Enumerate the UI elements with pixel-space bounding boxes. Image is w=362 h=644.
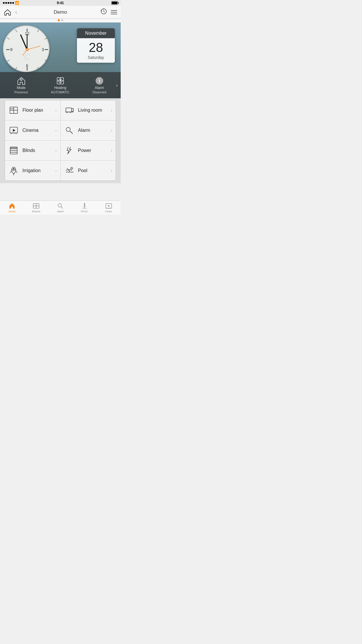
calendar-day-number: 28: [79, 41, 113, 55]
alarm-status-item[interactable]: i Alarm Disarmed: [92, 76, 106, 94]
person-home-icon: [17, 76, 26, 85]
nav-right-group: [100, 8, 117, 16]
heating-value: AUTOMATIC: [51, 90, 70, 94]
alarm-label-grid: Alarm: [78, 128, 108, 133]
wifi-icon: 📶: [15, 1, 19, 5]
grid-cell-cinema[interactable]: Cinema ›: [5, 120, 61, 140]
svg-line-5: [37, 30, 39, 32]
irrigation-chevron: ›: [55, 168, 57, 173]
calendar-month: November: [77, 28, 115, 38]
alarm-key-icon: [64, 125, 75, 136]
svg-rect-41: [72, 108, 73, 111]
svg-text:6: 6: [26, 63, 28, 68]
svg-point-60: [71, 167, 73, 169]
mode-value: Presence: [14, 90, 28, 94]
grid-cell-blinds[interactable]: Blinds ›: [5, 141, 61, 160]
floor-plan-chevron: ›: [55, 108, 57, 113]
signal-dot-4: [10, 2, 12, 4]
mode-status-item[interactable]: Mode Presence: [14, 76, 28, 94]
svg-text:9: 9: [10, 47, 13, 52]
history-icon[interactable]: [100, 8, 107, 16]
svg-rect-39: [66, 108, 72, 112]
svg-marker-69: [108, 205, 110, 207]
tab-hvac-label: HVAC: [81, 210, 88, 213]
signal-dot-5: [12, 2, 14, 4]
rooms-tab-icon: [33, 202, 40, 209]
power-label: Power: [78, 148, 108, 153]
hvac-tab-icon: [81, 202, 88, 209]
power-icon: [64, 145, 75, 156]
tab-cinema-label: Cinen: [105, 210, 112, 213]
clock-widget: 12 3 6 9 C: [3, 25, 50, 72]
svg-text:C: C: [24, 52, 30, 62]
svg-marker-45: [13, 129, 15, 132]
grid-cell-living-room[interactable]: Living room ›: [61, 100, 116, 120]
grid-cell-power[interactable]: Power ›: [61, 141, 116, 160]
menu-line-3: [111, 14, 117, 14]
back-button[interactable]: ‹: [15, 9, 17, 15]
svg-line-20: [27, 46, 40, 50]
calendar-body: 28 Saturday: [77, 38, 115, 63]
page-dot-2[interactable]: [61, 19, 63, 21]
irrigation-icon: [8, 165, 19, 176]
svg-line-66: [61, 206, 63, 209]
power-chevron: ›: [111, 148, 112, 153]
tab-rooms[interactable]: Rooms: [24, 201, 48, 215]
tab-alarm[interactable]: Alarm: [48, 201, 73, 215]
blinds-icon: [8, 145, 19, 156]
signal-dot-3: [8, 2, 9, 4]
living-room-icon: [64, 105, 75, 116]
cinema-tab-icon: [105, 202, 112, 209]
grid-cell-floor-plan[interactable]: Floor plan ›: [5, 100, 61, 120]
grid-row-1: Floor plan › Living room ›: [5, 100, 116, 120]
blinds-label: Blinds: [22, 148, 52, 153]
floor-plan-icon: [8, 105, 19, 116]
heating-label: Heating: [54, 86, 66, 90]
hero-area: 12 3 6 9 C November 28 Sat: [0, 22, 121, 98]
svg-text:3: 3: [42, 47, 44, 52]
grid-cell-irrigation[interactable]: Irrigation ›: [5, 161, 61, 181]
nav-title: Demo: [54, 9, 67, 15]
tab-bar: Demo Rooms Alarm HVAC Cinen: [0, 200, 121, 215]
battery-fill: [112, 2, 117, 4]
grid-menu-wrapper: Floor plan › Living room ›: [0, 98, 121, 183]
status-bar: 📶 9:41: [0, 0, 121, 6]
living-room-chevron: ›: [111, 108, 112, 113]
nav-bar: ‹ Demo: [0, 6, 121, 19]
page-dots: [0, 19, 121, 22]
grid-cell-pool[interactable]: Pool ›: [61, 161, 116, 181]
heating-status-item[interactable]: Heating AUTOMATIC: [51, 76, 70, 94]
calendar-weekday: Saturday: [79, 55, 113, 60]
svg-line-51: [71, 132, 72, 133]
svg-line-12: [15, 30, 17, 32]
cinema-chevron: ›: [55, 128, 57, 133]
alarm-tab-icon: [57, 202, 64, 209]
svg-line-7: [45, 60, 47, 61]
home-icon[interactable]: [3, 8, 12, 16]
pool-chevron: ›: [111, 168, 112, 173]
mode-label: Mode: [17, 86, 26, 90]
living-room-label: Living room: [78, 108, 108, 113]
alarm-label: Alarm: [95, 86, 104, 90]
svg-line-18: [21, 35, 27, 50]
menu-line-2: [111, 12, 117, 13]
floor-plan-label: Floor plan: [22, 108, 52, 113]
grid-cell-alarm[interactable]: Alarm ›: [61, 120, 116, 140]
tab-hvac[interactable]: HVAC: [72, 201, 96, 215]
alarm-value: Disarmed: [92, 90, 106, 94]
grid-row-2: Cinema › Alarm ›: [5, 120, 116, 141]
menu-icon[interactable]: [111, 10, 117, 14]
page-dot-1[interactable]: [58, 19, 60, 21]
clock-face: 12 3 6 9 C: [3, 25, 50, 72]
tab-rooms-label: Rooms: [32, 210, 41, 213]
heating-icon: [56, 76, 65, 85]
tab-cinema[interactable]: Cinen: [96, 201, 121, 215]
clock-ticks: 12 3 6 9 C: [4, 26, 50, 73]
status-time: 9:41: [57, 1, 64, 5]
status-row-chevron[interactable]: ›: [116, 82, 118, 88]
calendar-widget: November 28 Saturday: [77, 28, 115, 63]
tab-demo[interactable]: Demo: [0, 201, 24, 215]
grid-row-3: Blinds › Power ›: [5, 141, 116, 161]
signal-dots: [3, 2, 14, 4]
svg-point-31: [60, 80, 61, 81]
